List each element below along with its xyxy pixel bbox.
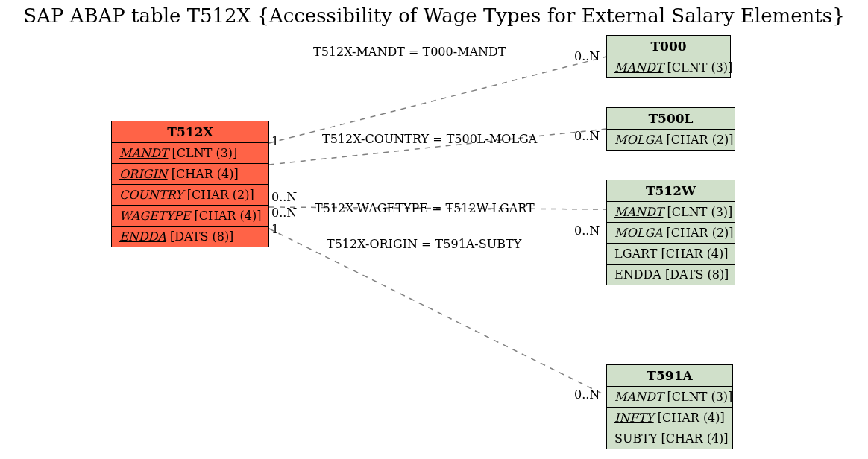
table-header: T000	[607, 36, 730, 57]
table-field: LGART [CHAR (4)]	[607, 244, 735, 265]
relation-label: T512X-WAGETYPE = T512W-LGART	[315, 201, 535, 215]
relation-label: T512X-ORIGIN = T591A-SUBTY	[327, 237, 521, 251]
cardinality-label: 0..N	[574, 387, 600, 402]
table-field: MOLGA [CHAR (2)]	[607, 223, 735, 244]
table-t512w: T512W MANDT [CLNT (3)] MOLGA [CHAR (2)] …	[606, 180, 735, 285]
diagram-title: SAP ABAP table T512X {Accessibility of W…	[0, 4, 868, 27]
table-field: ENDDA [DATS (8)]	[607, 265, 735, 285]
cardinality-label: 0..N	[574, 129, 600, 143]
table-field: ENDDA [DATS (8)]	[112, 227, 268, 247]
table-field: MANDT [CLNT (3)]	[112, 143, 268, 164]
table-header: T500L	[607, 108, 735, 130]
table-t591a: T591A MANDT [CLNT (3)] INFTY [CHAR (4)] …	[606, 364, 733, 449]
cardinality-label: 0..N	[574, 224, 600, 238]
table-field: MANDT [CLNT (3)]	[607, 57, 730, 77]
table-header: T512X	[112, 121, 268, 143]
table-header: T591A	[607, 365, 732, 387]
table-field: SUBTY [CHAR (4)]	[607, 428, 732, 449]
cardinality-label: 1	[271, 222, 279, 236]
table-field: MANDT [CLNT (3)]	[607, 387, 732, 408]
table-t512x: T512X MANDT [CLNT (3)] ORIGIN [CHAR (4)]…	[111, 121, 269, 247]
table-field: WAGETYPE [CHAR (4)]	[112, 206, 268, 227]
relation-label: T512X-COUNTRY = T500L-MOLGA	[322, 132, 537, 146]
table-field: COUNTRY [CHAR (2)]	[112, 185, 268, 206]
table-field: ORIGIN [CHAR (4)]	[112, 164, 268, 185]
cardinality-label: 0..N	[271, 190, 297, 204]
cardinality-label: 0..N	[574, 49, 600, 63]
table-field: MANDT [CLNT (3)]	[607, 202, 735, 223]
svg-line-0	[269, 57, 606, 143]
relation-label: T512X-MANDT = T000-MANDT	[313, 45, 506, 59]
svg-line-3	[269, 229, 606, 396]
table-header: T512W	[607, 180, 735, 202]
cardinality-label: 1	[271, 134, 279, 148]
table-field: MOLGA [CHAR (2)]	[607, 130, 735, 150]
table-field: INFTY [CHAR (4)]	[607, 408, 732, 428]
diagram-canvas: SAP ABAP table T512X {Accessibility of W…	[0, 0, 868, 459]
table-t000: T000 MANDT [CLNT (3)]	[606, 35, 731, 78]
cardinality-label: 0..N	[271, 206, 297, 220]
table-t500l: T500L MOLGA [CHAR (2)]	[606, 107, 735, 151]
